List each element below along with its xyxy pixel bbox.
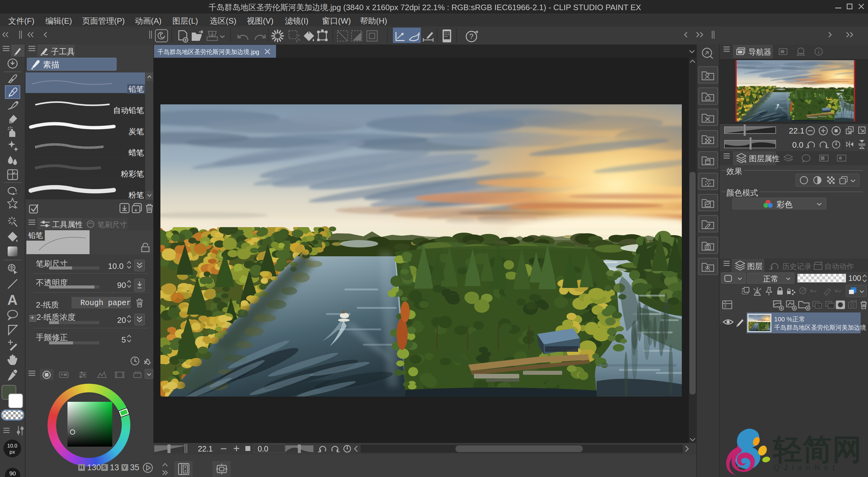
svg-text:?: ? [469,32,473,40]
